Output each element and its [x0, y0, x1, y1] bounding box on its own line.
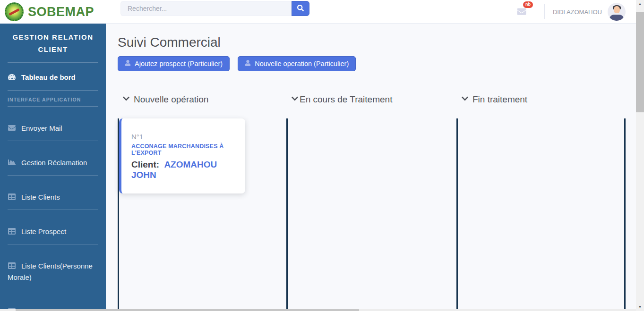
chevron-down-icon: [291, 94, 299, 105]
user-icon: [245, 60, 251, 67]
card-number: N°1: [131, 133, 238, 141]
chevron-down-icon: [461, 94, 469, 105]
chart-area-icon: [8, 157, 16, 168]
column-title: Fin traitement: [472, 94, 527, 105]
chevron-down-icon: [122, 94, 130, 105]
envelope-icon: [516, 7, 527, 18]
search-input[interactable]: [120, 1, 292, 16]
sidebar-item-liste-prospect[interactable]: Liste Prospect: [0, 210, 106, 244]
column-title: En cours de Traitement: [300, 94, 392, 105]
scroll-down-arrow-icon[interactable]: ▼: [636, 303, 644, 311]
column-header-en-cours[interactable]: En cours de Traitement: [291, 94, 392, 105]
sidebar-item-label: Envoyer Mail: [21, 124, 62, 132]
tachometer-icon: [8, 72, 16, 83]
vertical-scrollbar-thumb[interactable]: [636, 12, 644, 112]
column-title: Nouvelle opération: [134, 94, 208, 105]
sidebar-item-label: Liste Clients(Personne Morale): [8, 262, 93, 281]
notifications-button[interactable]: nb: [515, 0, 536, 24]
table-icon: [8, 261, 16, 272]
sidebar-title: GESTION RELATION CLIENT: [0, 24, 106, 62]
search-button[interactable]: [292, 1, 309, 16]
table-icon: [8, 226, 16, 237]
user-avatar: [608, 3, 626, 21]
brand[interactable]: SOBEMAP: [5, 1, 94, 23]
user-icon: [125, 60, 131, 67]
topbar: SOBEMAP nb DIDI AZOMAHOU: [0, 0, 636, 24]
sidebar-item-liste-clients-personne-morale[interactable]: Liste Clients(Personne Morale): [0, 244, 106, 290]
logo-slash-decoration: [9, 8, 19, 16]
horizontal-scrollbar-thumb[interactable]: [16, 309, 359, 311]
card-operation: ACCONAGE MARCHANDISES À L'EXPORT: [131, 143, 238, 156]
column-header-fin-traitement[interactable]: Fin traitement: [461, 94, 527, 105]
page-title: Suivi Commercial: [118, 35, 636, 50]
kanban-board: Nouvelle opération En cours de Traitemen…: [106, 92, 636, 309]
sidebar-item-envoyer-mail[interactable]: Envoyer Mail: [0, 107, 106, 141]
sidebar: GESTION RELATION CLIENT Tableau de bord …: [0, 24, 106, 309]
column-header-nouvelle-operation[interactable]: Nouvelle opération: [122, 94, 208, 105]
sidebar-item-gestion-reclamation[interactable]: Gestion Réclamation: [0, 141, 106, 175]
action-buttons: Ajoutez prospect (Particulier) Nouvelle …: [118, 56, 636, 71]
add-prospect-button[interactable]: Ajoutez prospect (Particulier): [118, 56, 230, 71]
scroll-up-arrow-icon[interactable]: ▲: [636, 0, 644, 8]
vertical-scrollbar[interactable]: ▲ ▼: [636, 0, 644, 311]
sidebar-item-liste-operation-particulier[interactable]: Liste Opération (Particulier): [0, 290, 106, 309]
brand-name: SOBEMAP: [28, 5, 94, 19]
card-client-line: Client: AZOMAHOU JOHN: [131, 160, 238, 180]
sidebar-item-label: Tableau de bord: [21, 73, 76, 81]
sidebar-item-label: Liste Clients: [21, 193, 60, 201]
kanban-column-nouvelle-operation: N°1 ACCONAGE MARCHANDISES À L'EXPORT Cli…: [118, 118, 286, 309]
user-name: DIDI AZOMAHOU: [553, 8, 602, 16]
kanban-column-en-cours: [286, 118, 456, 309]
notification-badge: nb: [523, 1, 533, 8]
topbar-divider: [544, 4, 545, 19]
avatar-body: [610, 15, 624, 21]
sidebar-section-heading: INTERFACE APPLICATION: [0, 91, 106, 106]
sidebar-item-liste-clients[interactable]: Liste Clients: [0, 176, 106, 210]
search-icon: [297, 5, 304, 13]
sidebar-item-label: Liste Prospect: [21, 227, 66, 235]
sidebar-item-tableau-de-bord[interactable]: Tableau de bord: [0, 63, 106, 90]
new-operation-button-label: Nouvelle operation (Particulier): [255, 60, 349, 67]
sidebar-item-label: Gestion Réclamation: [21, 159, 87, 167]
avatar-head: [614, 6, 620, 13]
table-icon: [8, 192, 16, 203]
user-menu[interactable]: DIDI AZOMAHOU: [553, 0, 626, 24]
card-client-label: Client:: [131, 160, 159, 169]
main-content: Suivi Commercial Ajoutez prospect (Parti…: [106, 24, 636, 309]
search-form: [120, 1, 309, 16]
operation-card[interactable]: N°1 ACCONAGE MARCHANDISES À L'EXPORT Cli…: [119, 118, 245, 193]
horizontal-scrollbar[interactable]: [0, 309, 636, 311]
sobemap-logo-icon: [5, 2, 24, 21]
add-prospect-button-label: Ajoutez prospect (Particulier): [135, 60, 223, 67]
kanban-column-fin-traitement: [456, 118, 626, 309]
new-operation-button[interactable]: Nouvelle operation (Particulier): [238, 56, 356, 71]
envelope-icon: [8, 123, 16, 134]
